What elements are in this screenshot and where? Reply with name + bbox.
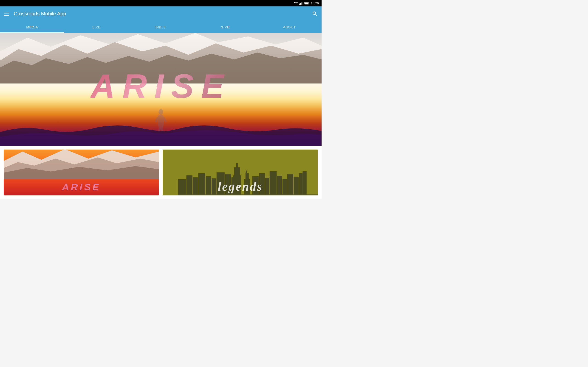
svg-rect-2 — [301, 2, 301, 5]
card-legends-label: legends — [163, 179, 318, 194]
svg-rect-1 — [300, 3, 301, 5]
tab-media[interactable]: MEDIA — [0, 21, 64, 33]
svg-marker-18 — [246, 169, 247, 173]
card-arise-label: ARISE — [4, 182, 159, 193]
card-legends[interactable]: legends — [163, 150, 318, 195]
svg-rect-0 — [299, 4, 300, 5]
svg-marker-14 — [4, 166, 159, 179]
svg-rect-5 — [309, 3, 309, 4]
tab-bar: MEDIA LIVE BIBLE GIVE ABOUT — [0, 21, 321, 33]
tab-give[interactable]: GIVE — [193, 21, 257, 33]
tab-about[interactable]: ABOUT — [257, 21, 321, 33]
content-grid: ARISE — [0, 146, 321, 199]
tab-live[interactable]: LIVE — [64, 21, 129, 33]
wifi-icon — [294, 2, 298, 5]
app-bar: Crossroads Mobile App — [0, 6, 321, 21]
hero-banner[interactable]: ARISE — [0, 33, 321, 146]
status-bar: 10:26 — [0, 0, 321, 6]
status-time: 10:26 — [311, 1, 319, 5]
tab-bible[interactable]: BIBLE — [129, 21, 193, 33]
hero-hills — [0, 118, 321, 146]
card-arise-mountains — [4, 150, 159, 179]
card-arise[interactable]: ARISE — [4, 150, 159, 195]
svg-rect-40 — [178, 194, 318, 195]
status-icons: 10:26 — [294, 1, 319, 5]
battery-icon — [304, 2, 309, 5]
menu-icon[interactable] — [4, 12, 9, 16]
app-title: Crossroads Mobile App — [14, 11, 312, 17]
search-icon[interactable] — [312, 11, 318, 17]
svg-rect-3 — [302, 2, 302, 5]
svg-rect-6 — [304, 2, 308, 4]
signal-icon — [299, 2, 303, 5]
